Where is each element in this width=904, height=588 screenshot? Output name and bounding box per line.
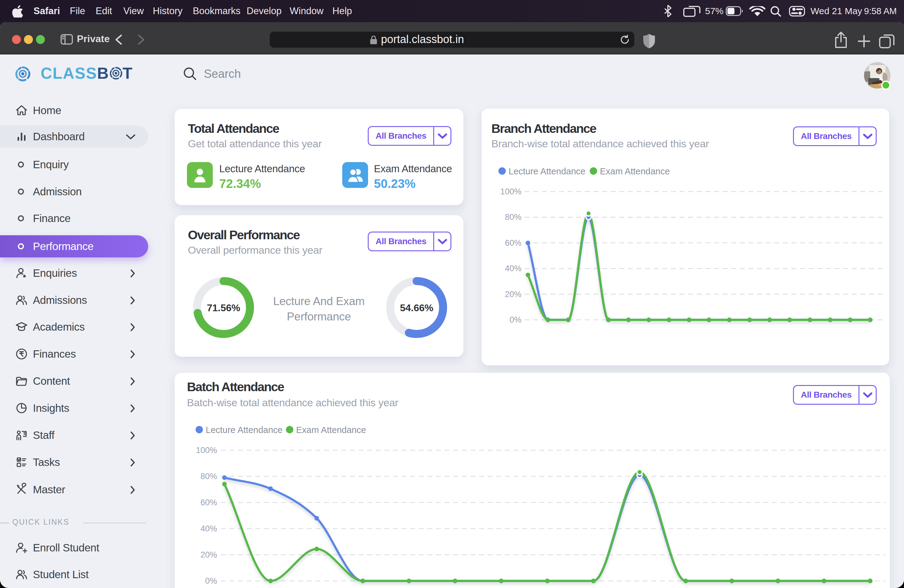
svg-text:54.66%: 54.66% [400,302,433,313]
svg-text:71.56%: 71.56% [207,302,240,313]
